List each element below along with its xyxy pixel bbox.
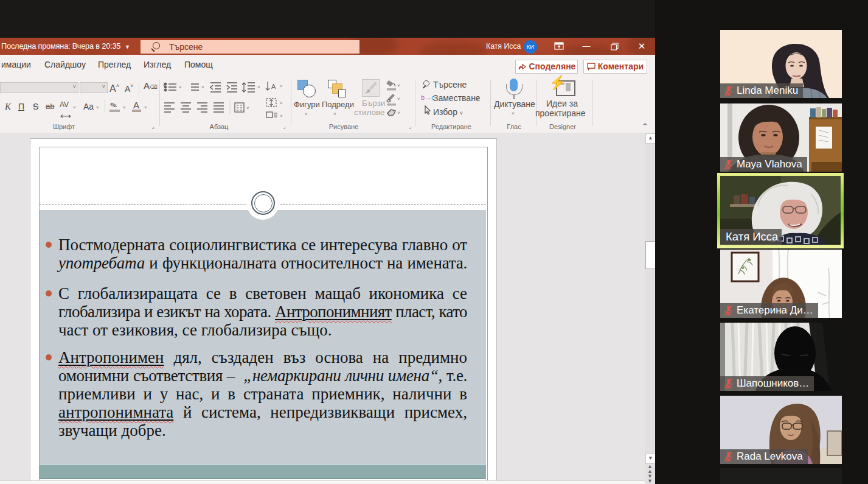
svg-text:˅: ˅ <box>201 85 204 90</box>
svg-text:˅: ˅ <box>280 100 283 106</box>
svg-text:˅: ˅ <box>246 105 249 111</box>
svg-text:˅: ˅ <box>179 85 182 90</box>
svg-text:˅: ˅ <box>257 85 260 90</box>
svg-text:A: A <box>271 83 276 90</box>
svg-text:˅: ˅ <box>280 83 283 89</box>
svg-text:˅: ˅ <box>280 113 283 119</box>
